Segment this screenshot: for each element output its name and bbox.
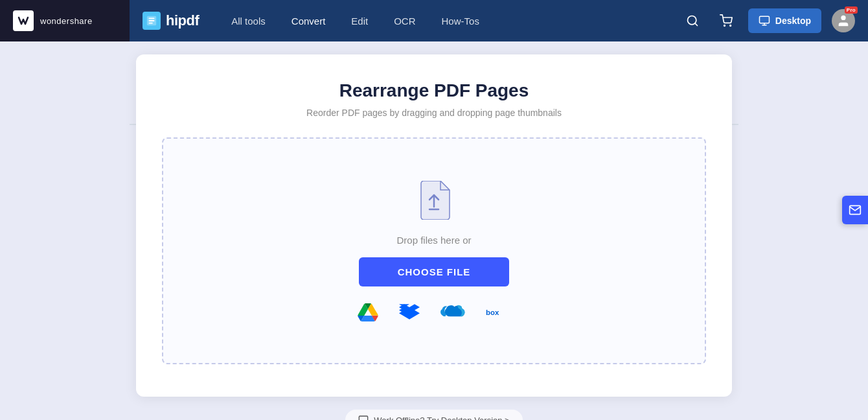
svg-point-8 bbox=[841, 16, 845, 20]
desktop-icon bbox=[759, 15, 770, 27]
drop-text: Drop files here or bbox=[396, 235, 471, 246]
box-button[interactable]: box bbox=[483, 303, 513, 321]
page-title: Rearrange PDF Pages bbox=[162, 80, 706, 101]
choose-file-button[interactable]: CHOOSE FILE bbox=[359, 257, 510, 286]
svg-point-4 bbox=[730, 25, 731, 27]
cart-button[interactable] bbox=[714, 9, 738, 32]
message-icon bbox=[849, 204, 862, 216]
svg-text:box: box bbox=[486, 309, 499, 316]
onedrive-button[interactable] bbox=[438, 301, 468, 323]
page-subtitle: Reorder PDF pages by dragging and droppi… bbox=[162, 108, 706, 118]
message-float-button[interactable] bbox=[842, 196, 868, 224]
hipdf-icon-box bbox=[143, 12, 161, 30]
nav-right: Desktop Pro bbox=[681, 8, 868, 33]
svg-rect-40 bbox=[360, 416, 368, 420]
pro-badge: Pro bbox=[845, 6, 858, 14]
dropbox-button[interactable] bbox=[396, 301, 422, 324]
user-icon bbox=[836, 14, 851, 28]
google-drive-icon bbox=[358, 303, 378, 321]
desktop-button[interactable]: Desktop bbox=[748, 8, 821, 33]
hipdf-logo: hipdf bbox=[130, 12, 212, 30]
svg-point-3 bbox=[724, 25, 725, 27]
hipdf-text: hipdf bbox=[166, 12, 199, 29]
cart-icon bbox=[720, 14, 733, 27]
offline-banner[interactable]: Work Offline? Try Desktop Version > bbox=[345, 410, 522, 420]
nav-all-tools[interactable]: All tools bbox=[218, 0, 279, 41]
page-bg: Rearrange PDF Pages Reorder PDF pages by… bbox=[0, 41, 868, 420]
wondershare-logo: wondershare bbox=[13, 10, 93, 31]
upload-icon bbox=[415, 178, 453, 223]
onedrive-icon bbox=[440, 304, 465, 321]
upload-card: Rearrange PDF Pages Reorder PDF pages by… bbox=[136, 54, 732, 397]
main-content: Rearrange PDF Pages Reorder PDF pages by… bbox=[0, 41, 868, 420]
avatar-wrap: Pro bbox=[832, 9, 855, 32]
nav-convert[interactable]: Convert bbox=[279, 0, 339, 41]
nav-how-tos[interactable]: How-Tos bbox=[429, 0, 492, 41]
navbar: wondershare hipdf All tools Convert Edit… bbox=[0, 0, 868, 41]
offline-text: Work Offline? Try Desktop Version > bbox=[374, 415, 509, 421]
search-button[interactable] bbox=[681, 9, 704, 32]
nav-ocr[interactable]: OCR bbox=[381, 0, 428, 41]
brand-area: wondershare bbox=[0, 0, 130, 41]
search-icon bbox=[686, 14, 699, 27]
svg-line-2 bbox=[695, 23, 698, 26]
dropbox-icon bbox=[399, 303, 420, 321]
wondershare-text: wondershare bbox=[40, 16, 93, 26]
desktop-label: Desktop bbox=[775, 16, 811, 26]
desktop-small-icon bbox=[358, 415, 369, 420]
drop-zone[interactable]: Drop files here or CHOOSE FILE bbox=[162, 137, 706, 364]
file-upload-icon bbox=[418, 181, 450, 220]
nav-links: All tools Convert Edit OCR How-Tos bbox=[218, 0, 492, 41]
nav-edit[interactable]: Edit bbox=[338, 0, 381, 41]
box-icon: box bbox=[486, 306, 510, 319]
ws-icon bbox=[13, 10, 34, 31]
svg-rect-5 bbox=[759, 16, 769, 23]
google-drive-button[interactable] bbox=[355, 301, 381, 324]
cloud-icons: box bbox=[355, 301, 513, 324]
